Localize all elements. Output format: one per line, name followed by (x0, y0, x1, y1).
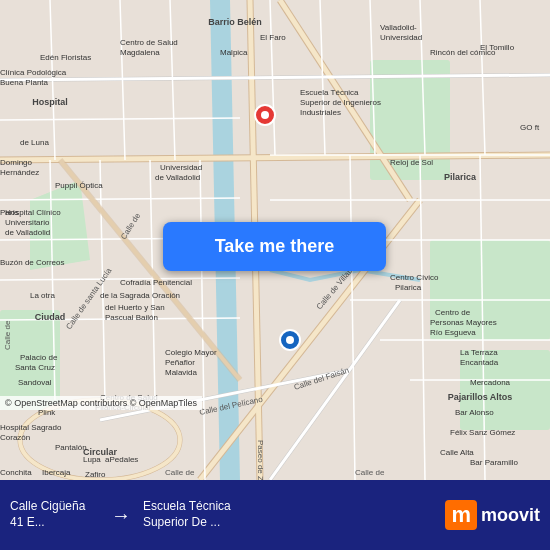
lbl-universidad: Universidad (380, 33, 422, 42)
lbl-palacio-sta-cruz2: Santa Cruz (15, 363, 55, 372)
lbl-lupa: Lupa (83, 455, 101, 464)
label-barrio-belen: Barrio Belén (208, 17, 262, 27)
lbl-rio-esgueva: Río Esgueva (430, 328, 476, 337)
lbl-pascual-bailon: Pascual Bailón (105, 313, 158, 322)
lbl-terraza: La Terraza (460, 348, 498, 357)
lbl-buzon: Buzón de Correos (0, 258, 64, 267)
lbl-sagrada-oracion: de la Sagrada Oración (100, 291, 180, 300)
lbl-bar-alonso: Bar Alonso (455, 408, 494, 417)
osm-attribution: © OpenStreetMap contributors © OpenMapTi… (0, 396, 202, 410)
lbl-rincon-comico: Rincón del cómico (430, 48, 496, 57)
lbl-personas-mayores: Personas Mayores (430, 318, 497, 327)
lbl-ibercaja: Ibercaja (42, 468, 71, 477)
lbl-zafiro: Zafiro (85, 470, 106, 479)
moovit-m-badge: m (445, 500, 477, 530)
lbl-escuela-tecnica: Escuela Técnica (300, 88, 359, 97)
lbl-colegio-mayor: Colegio Mayor (165, 348, 217, 357)
destination-marker-inner (261, 111, 269, 119)
lbl-cofradia: Cofradía Penitencial (120, 278, 192, 287)
lbl-hosp-sagrado: Hospital Sagrado (0, 423, 62, 432)
bottom-bar: Calle Cigüeña 41 E... → Escuela Técnica … (0, 480, 550, 550)
lbl-hosp-clinico: Hospital Clínico (5, 208, 61, 217)
lbl-buena-planta: Buena Planta (0, 78, 49, 87)
lbl-magdalena: Magdalena (120, 48, 160, 57)
lbl-pantalon: Pantalón (55, 443, 87, 452)
lbl-reloj-sol: Reloj de Sol (390, 158, 433, 167)
lbl-felix: Félix Sanz Gómez (450, 428, 515, 437)
lbl-encantada: Encantada (460, 358, 499, 367)
lbl-faro: El Faro (260, 33, 286, 42)
lbl-industriales: Industriales (300, 108, 341, 117)
label-pajarillos: Pajarillos Altos (448, 392, 513, 402)
moovit-logo: m moovit (445, 500, 540, 530)
lbl-uva2: de Valladolid (155, 173, 200, 182)
bottom-right-section: m moovit (275, 500, 540, 530)
lbl-bar-piso: Bar Paramillo (470, 458, 519, 467)
lbl-palacio-sta-cruz: Palacio de (20, 353, 58, 362)
label-hospital: Hospital (32, 97, 68, 107)
lbl-paseo-zorrilla: Paseo de Zorrilla (256, 440, 265, 480)
lbl-malavida: Malavida (165, 368, 198, 377)
lbl-domingo: Domingo (0, 158, 33, 167)
destination-text: Escuela Técnica Superior De ... (143, 499, 275, 530)
osm-attribution-text: © OpenStreetMap contributors © OpenMapTi… (5, 398, 197, 408)
lbl-calle-de-left: Calle de (3, 320, 12, 350)
lbl-malpica: Malpica (220, 48, 248, 57)
lbl-conchita: Conchita (0, 468, 32, 477)
lbl-hernandez: Hernández (0, 168, 39, 177)
lbl-uva: Universidad (160, 163, 202, 172)
lbl-calle-de2: Calle de (355, 468, 385, 477)
lbl-mercadona: Mercadona (470, 378, 511, 387)
lbl-univ-val2: de Valladolid (5, 228, 50, 237)
lbl-penaflor: Peñaflor (165, 358, 195, 367)
label-pilarica: Pilarica (444, 172, 477, 182)
bottom-left-section: Calle Cigüeña 41 E... → Escuela Técnica … (10, 499, 275, 530)
lbl-sandoval: Sandoval (18, 378, 52, 387)
lbl-luna: de Luna (20, 138, 49, 147)
lbl-clinica: Clínica Podológica (0, 68, 67, 77)
moovit-wordmark: moovit (481, 505, 540, 526)
lbl-a-pedales: aPedales (105, 455, 138, 464)
lbl-calle-alta: Calle Alta (440, 448, 474, 457)
lbl-centro-salud: Centro de Salud (120, 38, 178, 47)
lbl-go-ft: GO ft (520, 123, 540, 132)
lbl-eden: Edén Floristas (40, 53, 91, 62)
label-ciudad: Ciudad (35, 312, 66, 322)
lbl-centro-personas: Centro de (435, 308, 471, 317)
lbl-corazon: Corazón (0, 433, 30, 442)
arrow-icon: → (111, 504, 131, 527)
lbl-calle-de: Calle de (165, 468, 195, 477)
map-container: Barrio Belén Hospital Ciudad Pilarica Pa… (0, 0, 550, 480)
lbl-univ-val: Universitario (5, 218, 50, 227)
lbl-del-huerto: del Huerto y San (105, 303, 165, 312)
lbl-pilarica2: Pilarica (395, 283, 422, 292)
lbl-centro-civico: Centro Cívico (390, 273, 439, 282)
lbl-puppil: Puppil Óptica (55, 181, 103, 190)
origin-marker-inner (286, 336, 294, 344)
lbl-otro: La otra (30, 291, 55, 300)
take-me-there-button[interactable]: Take me there (163, 222, 386, 271)
lbl-superior-ingenieros: Superior de Ingenieros (300, 98, 381, 107)
lbl-valladolid-univ: Valladolid- (380, 23, 417, 32)
origin-text: Calle Cigüeña 41 E... (10, 499, 99, 530)
